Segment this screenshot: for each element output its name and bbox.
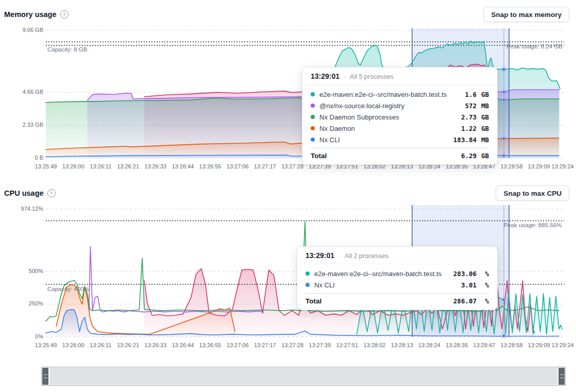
series-color-dot: [311, 138, 315, 142]
process-unit: MB: [477, 102, 489, 110]
tooltip-row: Nx CLI3.01%: [306, 279, 489, 291]
x-axis-tick: 13:29:09: [528, 163, 550, 169]
tooltip-total-value: 286.07: [453, 297, 477, 305]
hover-dot: [502, 137, 505, 140]
hover-dot: [502, 98, 505, 101]
process-name: Nx Daemon: [319, 125, 461, 132]
separator: ·: [344, 73, 346, 80]
tooltip-row: Nx Daemon Subprocesses2.73GB: [311, 111, 489, 123]
tooltip-time: 13:29:01: [311, 72, 340, 80]
y-axis-tick: 250%: [0, 300, 43, 306]
x-axis-tick: 13:26:00: [62, 342, 84, 348]
process-value: 3.01: [461, 281, 477, 289]
y-axis-tick: 9.06 GB: [0, 27, 43, 33]
memory-title: Memory usage: [4, 10, 57, 19]
x-axis-tick: 13:25:49: [35, 163, 57, 169]
x-axis-tick: 13:27:06: [227, 342, 249, 348]
separator: ·: [338, 252, 341, 260]
tooltip-row: Nx CLI183.84MB: [311, 134, 489, 145]
snap-to-max-memory-button[interactable]: Snap to max memory: [483, 7, 569, 22]
range-track[interactable]: [49, 368, 557, 385]
series-color-dot: [306, 271, 310, 276]
cpu-x-axis: 13:25:4913:26:0013:26:1113:26:2113:26:33…: [46, 342, 564, 349]
cpu-peak-label: Peak usage: 885.56%: [503, 222, 562, 228]
x-axis-tick: 13:27:06: [227, 163, 249, 169]
x-axis-tick: 13:27:28: [281, 342, 303, 348]
x-axis-tick: 13:29:24: [552, 163, 574, 169]
process-name: Nx CLI: [314, 281, 461, 289]
tooltip-row: Nx Daemon1.22GB: [311, 123, 489, 134]
hover-dot: [502, 298, 505, 301]
x-axis-tick: 13:28:58: [500, 342, 522, 348]
x-axis-tick: 13:27:17: [254, 342, 276, 348]
x-axis-tick: 13:25:49: [35, 342, 57, 348]
info-icon[interactable]: i: [60, 10, 69, 19]
range-handle-left[interactable]: [42, 368, 48, 385]
series-color-dot: [311, 104, 315, 108]
x-axis-tick: 13:26:11: [90, 163, 111, 169]
series-color-dot: [306, 283, 310, 287]
memory-header: Memory usage i Snap to max memory: [4, 7, 569, 22]
process-name: Nx Daemon Subprocesses: [319, 113, 461, 121]
memory-capacity-label: Capacity: 8 GB: [47, 46, 87, 53]
tooltip-row: @nx/nx-source:local-registry572MB: [311, 100, 489, 111]
process-unit: MB: [477, 136, 489, 144]
process-value: 2.73: [461, 113, 477, 121]
x-axis-tick: 13:28:13: [391, 342, 413, 348]
tooltip-total-unit: GB: [477, 152, 489, 160]
process-name: Nx CLI: [319, 136, 453, 144]
y-axis-tick: 0 B: [0, 155, 43, 161]
memory-tooltip: 13:29:01 · All 5 processes e2e-maven:e2e…: [302, 67, 498, 165]
x-axis-tick: 13:26:11: [90, 342, 111, 348]
x-axis-tick: 13:26:55: [199, 342, 222, 348]
x-axis-tick: 13:28:35: [446, 342, 468, 348]
grip-icon: [560, 374, 564, 378]
x-axis-tick: 13:26:00: [62, 163, 84, 169]
hover-dot: [502, 154, 505, 157]
tooltip-total-value: 6.29: [461, 152, 477, 160]
y-axis-tick: 0%: [0, 333, 43, 339]
x-axis-tick: 13:26:21: [117, 342, 139, 348]
x-axis-tick: 13:26:44: [172, 342, 194, 348]
x-axis-tick: 13:26:33: [144, 163, 166, 169]
process-value: 572: [465, 102, 477, 110]
cpu-header: CPU usage i Snap to max CPU: [4, 185, 569, 201]
x-axis-tick: 13:28:47: [473, 342, 495, 348]
tooltip-time: 13:29:01: [306, 251, 334, 260]
hover-dot: [502, 91, 505, 94]
tooltip-row: e2e-maven:e2e-ci--src/maven-batch.test.t…: [306, 268, 489, 279]
tooltip-total-label: Total: [306, 297, 453, 305]
grip-icon: [44, 374, 47, 378]
y-axis-tick: 4.66 GB: [0, 89, 43, 95]
range-handle-right[interactable]: [558, 368, 565, 385]
process-value: 183.84: [453, 136, 477, 144]
cpu-tooltip: 13:29:01 · All 2 processes e2e-maven:e2e…: [297, 246, 498, 310]
x-axis-tick: 13:27:39: [309, 342, 331, 348]
process-unit: GB: [477, 91, 489, 98]
y-axis-tick: 2.33 GB: [0, 122, 43, 128]
hover-dot: [502, 68, 505, 71]
process-value: 283.06: [453, 270, 477, 278]
process-value: 1.6: [465, 91, 477, 98]
x-axis-tick: 13:26:21: [117, 163, 139, 169]
process-unit: %: [477, 270, 489, 278]
tooltip-subtitle: All 5 processes: [350, 73, 394, 80]
y-axis-tick: 974.12%: [0, 206, 43, 212]
process-unit: %: [477, 281, 489, 289]
cpu-capacity-label: Capacity: 400%: [47, 286, 89, 292]
tooltip-row: e2e-maven:e2e-ci--src/maven-batch.test.t…: [311, 89, 489, 100]
series-color-dot: [311, 126, 315, 130]
series-color-dot: [311, 92, 315, 96]
x-axis-tick: 13:28:02: [364, 342, 386, 348]
x-axis-tick: 13:29:09: [528, 342, 550, 348]
x-axis-tick: 13:26:44: [172, 163, 194, 169]
x-axis-tick: 13:27:17: [254, 163, 276, 169]
time-range-selector[interactable]: [41, 367, 566, 386]
process-value: 1.22: [461, 125, 477, 132]
tooltip-total-unit: %: [477, 297, 489, 305]
hover-dot: [502, 334, 505, 337]
process-unit: GB: [477, 125, 489, 132]
info-icon[interactable]: i: [47, 189, 56, 197]
x-axis-tick: 13:28:58: [500, 163, 522, 169]
snap-to-max-cpu-button[interactable]: Snap to max CPU: [496, 185, 569, 201]
